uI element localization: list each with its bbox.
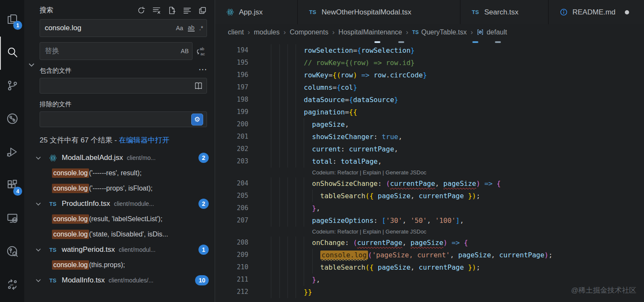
files-include-input[interactable] — [45, 82, 194, 90]
activity-item-explorer[interactable]: 1 — [0, 3, 24, 37]
code-line-content[interactable]: rowKey={(row) => row.circCode} — [263, 69, 644, 81]
line-number[interactable]: 210 — [215, 261, 263, 274]
line-number[interactable]: 196 — [215, 69, 263, 81]
open-in-editor-link[interactable]: 在编辑器中打开 — [119, 136, 170, 144]
code-line-content[interactable]: console.log('pageSize, current', pageSiz… — [263, 249, 644, 261]
regex-icon[interactable]: .* — [199, 25, 203, 31]
code-token: , — [435, 179, 443, 188]
line-number[interactable]: 212 — [215, 286, 263, 298]
line-number[interactable]: 204 — [215, 177, 263, 190]
code-editor[interactable]: 194rowSelection={rowSelection}195// rowK… — [215, 40, 644, 302]
line-number[interactable]: 209 — [215, 249, 263, 261]
codelens-codeium[interactable]: Codeium: Refactor | Explain | Generate J… — [215, 168, 644, 177]
code-line-content[interactable]: onChange: (currentPage, pageSize) => { — [263, 236, 644, 249]
line-number[interactable]: 199 — [215, 106, 263, 118]
code-line-content[interactable]: pagination={{ — [263, 106, 644, 118]
line-number[interactable]: 206 — [215, 202, 263, 214]
activity-item-extensions[interactable]: 4 — [0, 169, 24, 202]
breadcrumb-separator: › — [471, 28, 473, 37]
new-search-editor-icon[interactable] — [167, 6, 176, 15]
clear-results-icon[interactable] — [152, 6, 161, 15]
line-number[interactable]: 198 — [215, 94, 263, 106]
code-line-content[interactable]: current: currentPage, — [263, 143, 644, 155]
match-case-icon[interactable]: Aa — [176, 25, 183, 31]
code-line-content[interactable]: }, — [263, 202, 644, 214]
result-file-row[interactable]: TSProductInfo.tsxclient/module...2 — [24, 196, 215, 211]
code-line-content[interactable]: tableSearch({ pageSize, currentPage }); — [263, 261, 644, 274]
line-number[interactable]: 211 — [215, 274, 263, 286]
preserve-case-icon[interactable]: AB — [181, 48, 189, 54]
code-line-content[interactable]: columns={col} — [263, 81, 644, 94]
line-number[interactable]: 203 — [215, 155, 263, 168]
code-line-content[interactable]: onShowSizeChange: (currentPage, pageSize… — [263, 177, 644, 190]
breadcrumb-item-Components[interactable]: Components — [290, 28, 328, 36]
indent-guide — [288, 94, 288, 106]
replace-all-button[interactable]: ab ac — [196, 46, 207, 57]
code-line-content[interactable]: }, — [263, 274, 644, 286]
line-number[interactable]: 200 — [215, 118, 263, 131]
chevron-down-icon[interactable] — [35, 154, 43, 161]
breadcrumb-item-modules[interactable]: modules — [254, 28, 279, 36]
search-input[interactable] — [45, 24, 171, 32]
code-line-content[interactable]: total: totalPage, — [263, 155, 644, 168]
files-exclude-input[interactable] — [45, 115, 191, 124]
activity-item-git-diff[interactable]: diff — [0, 269, 24, 302]
tab-App.jsx[interactable]: App.jsx — [215, 0, 298, 24]
result-file-row[interactable]: ModalLabelAdd.jsxclient/mo...2 — [24, 150, 215, 165]
result-count-badge: 1 — [198, 245, 209, 255]
line-number[interactable]: 195 — [215, 57, 263, 69]
line-number[interactable]: 201 — [215, 131, 263, 143]
breadcrumb-item-client[interactable]: client — [228, 28, 244, 36]
breadcrumb-item-HospitalMaintenance[interactable]: HospitalMaintenance — [339, 28, 402, 36]
tab-NewOtherHospitalModal.tsx[interactable]: TSNewOtherHospitalModal.tsx — [298, 0, 460, 24]
result-match-row[interactable]: console.log('------props', isFloat); — [24, 181, 215, 196]
replace-input[interactable] — [45, 47, 176, 55]
result-match-row[interactable]: console.log(this.props); — [24, 257, 215, 273]
line-number[interactable]: 207 — [215, 214, 263, 227]
code-line-content[interactable]: showSizeChanger: true, — [263, 131, 644, 143]
exclude-settings-gear-icon[interactable]: ⚙ — [191, 114, 203, 125]
refresh-icon[interactable] — [137, 6, 146, 15]
toggle-search-details-button[interactable]: ⋯ — [198, 64, 208, 74]
collapse-all-icon[interactable] — [198, 6, 207, 15]
activity-item-run-debug[interactable] — [0, 136, 24, 169]
line-number[interactable]: 202 — [215, 143, 263, 155]
breadcrumb-item-default[interactable]: default — [477, 28, 507, 36]
code-line-content[interactable]: // rowKey={(row) => row.id} — [263, 57, 644, 69]
result-file-row[interactable]: TSModalInfo.tsxclient/modules/...10 — [24, 273, 215, 288]
result-match-row[interactable]: console.log(result, 'labelSelectList'); — [24, 211, 215, 227]
code-line-204: 204onShowSizeChange: (currentPage, pageS… — [215, 177, 644, 190]
whole-word-icon[interactable]: ab — [188, 25, 195, 32]
open-editors-book-icon[interactable] — [194, 81, 203, 91]
activity-item-source-control[interactable] — [0, 70, 24, 103]
activity-item-gitlens[interactable] — [0, 236, 24, 269]
line-number[interactable]: 208 — [215, 236, 263, 249]
code-line-content[interactable]: pageSizeOptions: ['30', '50', '100'], — [263, 214, 644, 227]
line-number[interactable]: 205 — [215, 190, 263, 202]
code-token: row — [341, 71, 353, 79]
code-line-content[interactable]: dataSource={dataSource} — [263, 94, 644, 106]
view-as-list-icon[interactable] — [183, 6, 192, 15]
code-line-content[interactable]: pageSize, — [263, 118, 644, 131]
toggle-replace-button[interactable] — [28, 61, 35, 70]
breadcrumb-item-QueryTable.tsx[interactable]: TSQueryTable.tsx — [412, 28, 467, 36]
activity-item-remote-explorer[interactable] — [0, 202, 24, 236]
result-match-row[interactable]: console.log('state, isDisabled', isDis..… — [24, 227, 215, 242]
code-line-content[interactable]: }} — [263, 286, 644, 298]
activity-item-git-graph[interactable] — [0, 103, 24, 136]
code-line-content[interactable]: tableSearch({ pageSize, currentPage }); — [263, 190, 644, 202]
chevron-down-icon[interactable] — [35, 246, 43, 253]
result-match-row[interactable]: console.log('------res', result); — [24, 165, 215, 181]
modified-dot-icon[interactable] — [625, 10, 629, 14]
result-file-row[interactable]: TSwatingPeriod.tsxclient/modul...1 — [24, 242, 215, 257]
chevron-down-icon[interactable] — [35, 277, 43, 284]
line-number[interactable]: 197 — [215, 81, 263, 94]
codelens-codeium[interactable]: Codeium: Refactor | Explain | Generate J… — [215, 227, 644, 236]
code-line-content[interactable]: rowSelection={rowSelection} — [263, 44, 644, 57]
code-token: currentPage — [357, 239, 402, 247]
activity-item-search[interactable] — [0, 37, 24, 70]
tab-Search.tsx[interactable]: TSSearch.tsx — [460, 0, 549, 24]
tab-README.md[interactable]: README.md — [549, 0, 644, 24]
chevron-down-icon[interactable] — [35, 200, 43, 207]
line-number[interactable]: 194 — [215, 44, 263, 57]
